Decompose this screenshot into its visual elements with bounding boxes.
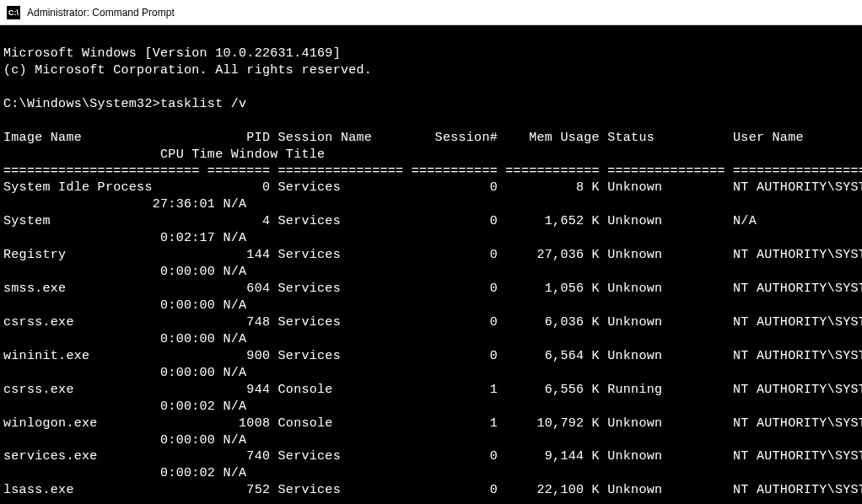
process-row-sub: 0:00:00 N/A [3,366,246,380]
banner-copyright: (c) Microsoft Corporation. All rights re… [3,63,372,78]
process-row: wininit.exe 900 Services 0 6,564 K Unkno… [3,349,862,363]
process-row: System 4 Services 0 1,652 K Unknown N/A [3,214,757,228]
prompt-path: C:\Windows\System32> [3,97,160,111]
banner-version: Microsoft Windows [Version 10.0.22631.41… [3,46,341,61]
process-row: System Idle Process 0 Services 0 8 K Unk… [3,180,862,195]
command-input: tasklist /v [160,97,246,111]
header-line-2: CPU Time Window Title [3,147,325,162]
process-row: smss.exe 604 Services 0 1,056 K Unknown … [3,281,862,296]
separator-line: ========================= ======== =====… [3,164,862,179]
header-line-1: Image Name PID Session Name Session# Mem… [3,131,804,145]
process-row-sub: 0:00:00 N/A [3,433,246,448]
process-row: winlogon.exe 1008 Console 1 10,792 K Unk… [3,416,862,431]
process-row-sub: 0:00:00 N/A [3,298,246,313]
terminal-output[interactable]: Microsoft Windows [Version 10.0.22631.41… [0,25,862,502]
window-title: Administrator: Command Prompt [27,7,175,19]
process-row-sub: 0:00:02 N/A [3,399,246,414]
process-row: lsass.exe 752 Services 0 22,100 K Unknow… [3,483,862,497]
process-row: services.exe 740 Services 0 9,144 K Unkn… [3,449,862,464]
window-title-bar[interactable]: C:\ Administrator: Command Prompt [0,0,862,25]
process-row: csrss.exe 748 Services 0 6,036 K Unknown… [3,315,862,330]
process-row-sub: 0:00:00 N/A [3,332,246,346]
process-row-sub: 0:00:02 N/A [3,466,246,480]
process-row: csrss.exe 944 Console 1 6,556 K Running … [3,383,862,397]
process-row-sub: 0:02:17 N/A [3,231,246,245]
cmd-icon: C:\ [7,6,20,19]
process-row-sub: 27:36:01 N/A [3,197,246,212]
process-row-sub: 0:00:00 N/A [3,265,246,279]
process-row: Registry 144 Services 0 27,036 K Unknown… [3,248,862,262]
